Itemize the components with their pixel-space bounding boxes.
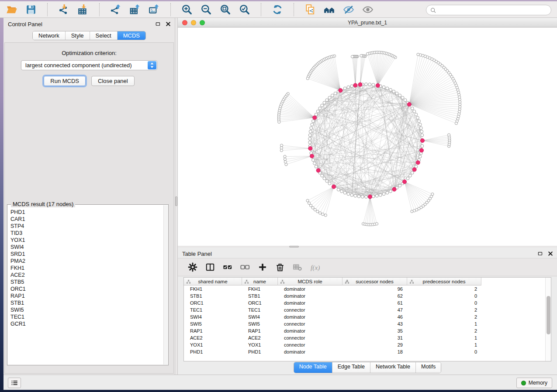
mcds-result-node[interactable]: ACE2 [10,272,162,279]
table-cell: YOX1 [242,341,278,348]
table-row[interactable]: PHD1PHD1dominator180 [184,348,551,355]
column-header-successor-nodes[interactable]: successor nodes [343,278,407,285]
tree-icon [244,279,249,284]
show-eye-icon [362,4,374,15]
search-input[interactable] [439,6,547,14]
column-header-name[interactable]: name [242,278,278,285]
first-neighbors-button[interactable] [323,3,336,16]
function-builder-button[interactable]: f(x) [310,262,320,272]
table-cell: RAP1 [242,327,278,334]
run-mcds-button[interactable]: Run MCDS [44,76,86,86]
mcds-result-node[interactable]: STB1 [10,299,162,306]
delete-columns-button[interactable] [275,262,285,272]
tab-style[interactable]: Style [66,31,90,40]
import-table-button[interactable] [76,3,90,16]
delete-table-button[interactable] [292,262,303,272]
table-settings-button[interactable] [187,262,198,272]
table-scrollbar[interactable] [545,278,551,361]
mcds-result-node[interactable]: TID3 [10,230,162,237]
table-row[interactable]: SWI5SWI5connector431 [184,320,551,327]
mcds-result-scrollbar[interactable] [163,205,168,364]
import-network-button[interactable] [57,3,70,16]
export-network-button[interactable] [109,3,122,16]
table-tab-motifs[interactable]: Motifs [416,362,441,373]
network-canvas[interactable] [178,28,557,246]
vertical-splitter[interactable] [175,18,178,375]
column-header-predecessor-nodes[interactable]: predecessor nodes [407,278,481,285]
mcds-result-node[interactable]: STP4 [10,223,162,230]
network-window-titlebar[interactable]: YPA_prune.txt_1 [178,18,557,28]
close-panel-button[interactable]: Close panel [91,76,135,86]
hide-selected-button[interactable] [342,3,355,16]
network-graph [178,28,557,246]
zoom-in-button[interactable] [180,3,194,16]
memory-label: Memory [529,380,547,386]
tab-network[interactable]: Network [33,31,66,40]
table-tab-network-table[interactable]: Network Table [370,362,416,373]
mcds-result-node[interactable]: SWI4 [10,244,162,251]
export-image-button[interactable] [148,3,161,16]
deselect-all-rows-button[interactable] [240,262,250,272]
vertical-splitter-handle[interactable] [175,196,177,206]
mcds-result-node[interactable]: RAP1 [10,292,162,299]
tree-icon [186,279,191,284]
table-row[interactable]: ORC1ORC1dominator610 [184,299,551,306]
mcds-result-node[interactable]: TEC1 [10,313,162,320]
add-column-button[interactable] [257,262,268,272]
column-header-MCDS-role[interactable]: MCDS role [278,278,343,285]
table-cell: 43 [343,320,407,327]
zoom-selected-button[interactable] [238,3,251,16]
float-table-panel-button[interactable] [537,251,543,257]
optimization-criterion-select[interactable]: largest connected component (undirected) [21,60,157,70]
table-scrollbar-thumb[interactable] [547,296,550,334]
select-all-rows-button[interactable] [222,262,233,272]
table-cell: ORC1 [242,299,278,306]
table-row[interactable]: SWI4SWI4dominator462 [184,313,551,320]
zoom-out-button[interactable] [200,3,213,16]
mcds-result-node[interactable]: STB5 [10,279,162,285]
mcds-result-node[interactable]: CAR1 [10,216,162,223]
panel-list-button[interactable] [8,378,21,388]
table-row[interactable]: STB1STB1dominator620 [184,292,551,299]
memory-button[interactable]: Memory [516,378,552,388]
table-row[interactable]: TEC1TEC1connector472 [184,306,551,313]
refresh-network-button[interactable] [271,3,284,16]
show-all-button[interactable] [361,3,374,16]
table-cell: 0 [407,292,481,299]
close-control-panel-button[interactable] [165,21,171,27]
table-row[interactable]: FKH1FKH1dominator962 [184,285,551,292]
export-table-button[interactable] [128,3,142,16]
table-cell: dominator [278,348,343,355]
column-layout-button[interactable] [205,262,215,272]
table-row[interactable]: RAP1RAP1dominator352 [184,327,551,334]
search-box[interactable] [426,5,551,15]
tab-mcds[interactable]: MCDS [118,31,145,40]
table-cell: 61 [343,299,407,306]
zoom-fit-button[interactable] [219,3,232,16]
mcds-result-node[interactable]: SWI5 [10,306,162,313]
close-table-panel-button[interactable] [547,251,554,257]
table-cell: dominator [278,327,343,334]
table-row[interactable]: YOX1YOX1connector291 [184,341,551,348]
tab-select[interactable]: Select [90,31,118,40]
mcds-result-node[interactable]: PMA2 [10,258,162,265]
open-session-button[interactable] [5,3,18,16]
mcds-result-node[interactable]: GCR1 [10,320,162,327]
mcds-result-node[interactable]: SRD1 [10,251,162,258]
mcds-result-node[interactable]: YOX1 [10,237,162,244]
table-cell: SWI5 [242,320,278,327]
mcds-result-node[interactable]: PHD1 [10,209,162,216]
save-session-button[interactable] [24,3,38,16]
mcds-result-node[interactable]: ORC1 [10,285,162,292]
import-table-icon [77,4,89,15]
float-panel-button[interactable] [155,21,161,27]
table-row[interactable]: ACE2ACE2connector311 [184,334,551,341]
column-header-shared-name[interactable]: shared name [184,278,242,285]
window-restore-icon [155,21,161,27]
duplicate-network-button[interactable] [304,3,317,16]
table-tab-edge-table[interactable]: Edge Table [332,362,370,373]
memory-status-dot [521,381,526,385]
mcds-result-node[interactable]: FKH1 [10,265,162,272]
table-tab-node-table[interactable]: Node Table [294,362,332,373]
tree-icon [280,279,285,284]
